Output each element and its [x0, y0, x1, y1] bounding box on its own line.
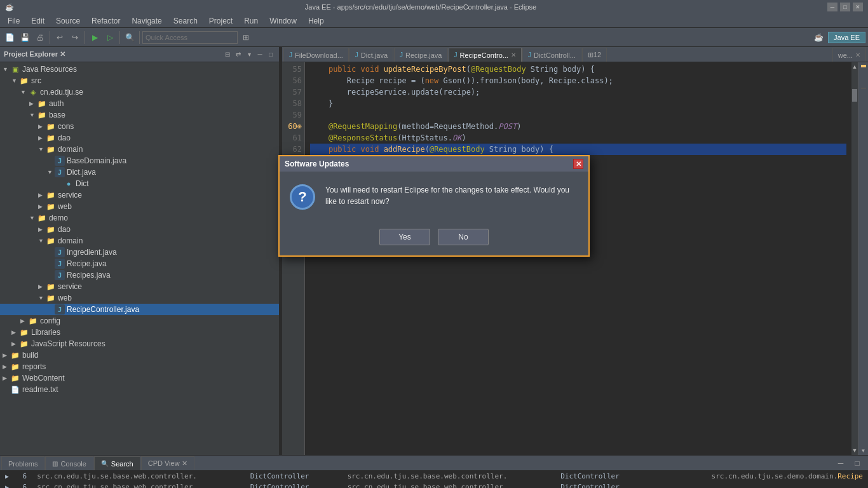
tree-item-src[interactable]: ▼📁src	[0, 75, 279, 86]
print-button[interactable]: 🖨	[33, 30, 47, 44]
tab-cpd[interactable]: CPD View ✕	[141, 456, 194, 470]
tree-item-basedomain-java[interactable]: JBaseDomain.java	[0, 155, 279, 166]
menu-project[interactable]: Project	[204, 15, 238, 27]
tree-item-web[interactable]: ▼📁web	[0, 292, 279, 304]
tree-item-dict[interactable]: ●Dict	[0, 178, 279, 189]
undo-button[interactable]: ↩	[53, 30, 67, 44]
tree-item-domain[interactable]: ▼📁domain	[0, 144, 279, 155]
editor-tabs: J FileDownload... J Dict.java J Recipe.j…	[282, 47, 868, 62]
view-menu-icon[interactable]: ▾	[245, 50, 254, 59]
dialog-no-button[interactable]: No	[438, 229, 489, 245]
class2[interactable]: DictController	[555, 471, 653, 482]
tree-item-dao[interactable]: ▶📁dao	[0, 224, 279, 235]
class1[interactable]: DictController	[245, 482, 342, 488]
menu-help[interactable]: Help	[303, 15, 329, 27]
menu-run[interactable]: Run	[239, 15, 263, 27]
software-updates-dialog: Software Updates ✕ ? You will need to re…	[278, 155, 590, 257]
save-button[interactable]: 💾	[18, 30, 32, 44]
tab-console[interactable]: ▥ Console	[45, 456, 93, 470]
scroll-down-overview[interactable]: ▼	[861, 448, 866, 455]
tab-close-icon[interactable]: ✕	[855, 51, 860, 58]
close-button[interactable]: ✕	[853, 3, 863, 11]
tree-item-recipecontroller-java[interactable]: JRecipeController.java	[0, 304, 279, 315]
tab-dict[interactable]: J Dict.java	[349, 48, 393, 62]
tree-item-dao[interactable]: ▶📁dao	[0, 132, 279, 144]
menu-window[interactable]: Window	[264, 15, 302, 27]
new-button[interactable]: 📄	[3, 30, 17, 44]
menu-search[interactable]: Search	[168, 15, 203, 27]
tree-item-auth[interactable]: ▶📁auth	[0, 98, 279, 109]
tree-item-javascript-resources[interactable]: ▶📁JavaScript Resources	[0, 338, 279, 349]
tree-item-dict-java[interactable]: ▼JDict.java	[0, 166, 279, 178]
debug-button[interactable]: ▷	[103, 30, 117, 44]
menu-edit[interactable]: Edit	[26, 15, 50, 27]
menu-file[interactable]: File	[3, 15, 25, 27]
folder-icon: 📁	[46, 224, 56, 234]
tab-more[interactable]: ⊞12	[582, 48, 607, 62]
tree-item-java-resources[interactable]: ▼▣Java Resources	[0, 64, 279, 75]
tree-item-label: domain	[58, 145, 83, 154]
tree-item-config[interactable]: ▶📁config	[0, 315, 279, 327]
tab-problems[interactable]: Problems	[1, 456, 44, 470]
run-button[interactable]: ▶	[88, 30, 102, 44]
quick-access-input[interactable]	[142, 31, 238, 44]
tree-item-service[interactable]: ▶📁service	[0, 189, 279, 201]
scroll-up-icon[interactable]: ▲	[851, 62, 858, 70]
minimize-panel-icon[interactable]: ─	[255, 50, 264, 59]
tree-item-domain[interactable]: ▼📁domain	[0, 235, 279, 247]
tab-label: DictControll...	[534, 51, 576, 59]
tree-item-web[interactable]: ▶📁web	[0, 201, 279, 212]
tab-we[interactable]: we... ✕	[832, 48, 866, 62]
class2[interactable]: DictController	[555, 482, 653, 488]
code-line-61: @ResponseStatus(HttpStatus.OK)	[310, 132, 846, 144]
tree-item-reports[interactable]: ▶📁reports	[0, 361, 279, 372]
tree-item-recipes-java[interactable]: JRecipes.java	[0, 269, 279, 281]
maximize-button[interactable]: □	[840, 3, 850, 11]
open-perspective-btn[interactable]: ⊞	[239, 30, 253, 44]
code-editor[interactable]: public void updateRecipeByPost(@RequestB…	[305, 62, 851, 455]
menu-navigate[interactable]: Navigate	[126, 15, 166, 27]
expand-icon[interactable]: ▶	[0, 482, 18, 488]
link-with-editor-icon[interactable]: ⇄	[234, 50, 243, 59]
tree-item-cons[interactable]: ▶📁cons	[0, 121, 279, 132]
dialog-question-icon: ?	[290, 184, 315, 210]
tab-filedownload[interactable]: J FileDownload...	[283, 48, 349, 62]
menu-source[interactable]: Source	[51, 15, 85, 27]
tree-item-readme-txt[interactable]: 📄readme.txt	[0, 384, 279, 395]
tab-dictcontroller[interactable]: J DictControll...	[522, 48, 581, 62]
tree-item-label: cn.edu.tju.se	[40, 88, 83, 97]
java-ee-perspective[interactable]: Java EE	[828, 32, 865, 43]
maximize-panel-icon[interactable]: □	[266, 50, 275, 59]
tree-item-libraries[interactable]: ▶📁Libraries	[0, 327, 279, 338]
tree-item-base[interactable]: ▼📁base	[0, 109, 279, 121]
search-btn[interactable]: 🔍	[123, 30, 137, 44]
tree-item-ingredient-java[interactable]: JIngredient.java	[0, 247, 279, 258]
tree-item-webcontent[interactable]: ▶📁WebContent	[0, 372, 279, 384]
tree-item-demo[interactable]: ▼📁demo	[0, 212, 279, 224]
perspective-icon[interactable]: ☕	[811, 30, 825, 44]
tree-item-service[interactable]: ▶📁service	[0, 281, 279, 292]
scroll-down-icon[interactable]: ▼	[851, 447, 858, 455]
tree-item-recipe-java[interactable]: JRecipe.java	[0, 258, 279, 269]
collapse-all-icon[interactable]: ⊟	[223, 50, 232, 59]
bottom-maximize-btn[interactable]: □	[850, 456, 864, 470]
redo-button[interactable]: ↪	[68, 30, 82, 44]
class1[interactable]: DictController	[245, 471, 342, 482]
tab-search[interactable]: 🔍 Search	[94, 456, 140, 470]
tab-recipecontroller[interactable]: J RecipeContro... ✕	[449, 48, 522, 62]
dialog-yes-button[interactable]: Yes	[379, 229, 430, 245]
editor-vertical-scrollbar[interactable]: ▲ ▼	[851, 62, 858, 455]
tab-close-icon[interactable]: ✕	[511, 51, 516, 58]
tree-arrow: ▼	[11, 78, 19, 84]
expand-icon[interactable]: ▶	[0, 471, 18, 482]
dialog-close-button[interactable]: ✕	[573, 159, 583, 169]
bottom-minimize-btn[interactable]: ─	[834, 456, 848, 470]
table-row[interactable]: ▶ 6 src.cn.edu.tju.se.base.web.controlle…	[0, 482, 868, 488]
tree-item-cn-edu-tju-se[interactable]: ▼◈cn.edu.tju.se	[0, 86, 279, 98]
code-line-56: Recipe recipe = (new Gson()).fromJson(bo…	[310, 75, 846, 86]
tab-recipe[interactable]: J Recipe.java	[394, 48, 447, 62]
menu-refactor[interactable]: Refactor	[86, 15, 125, 27]
tree-item-build[interactable]: ▶📁build	[0, 349, 279, 361]
scroll-thumb[interactable]	[852, 89, 857, 102]
minimize-button[interactable]: ─	[827, 3, 837, 11]
